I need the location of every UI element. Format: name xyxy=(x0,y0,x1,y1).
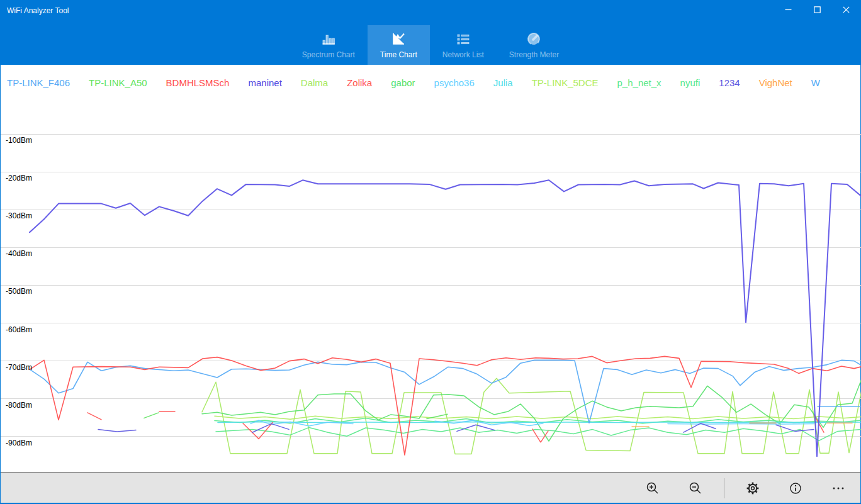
zoom-out-button[interactable] xyxy=(681,476,710,501)
series-line-Zolika xyxy=(87,413,101,420)
legend-item-TP-LINK_5DCE: TP-LINK_5DCE xyxy=(532,77,599,88)
tab-label: Network List xyxy=(442,50,484,59)
line-chart-icon xyxy=(390,29,407,49)
chart-series xyxy=(30,180,861,456)
legend-item-nyufi: nyufi xyxy=(680,77,701,88)
legend-item-gabor: gabor xyxy=(391,77,415,88)
tab-label: Spectrum Chart xyxy=(302,50,355,59)
title-bar: WiFi Analyzer Tool xyxy=(1,0,860,25)
legend-item-Zolika: Zolika xyxy=(347,77,372,88)
y-axis-tick-label: -70dBm xyxy=(6,363,32,372)
minimize-icon xyxy=(785,6,792,13)
y-axis-tick-label: -90dBm xyxy=(6,439,32,447)
series-line-Julia xyxy=(218,422,861,422)
minimize-button[interactable] xyxy=(774,0,802,19)
maximize-button[interactable] xyxy=(802,0,831,19)
legend-item-TP-LINK_F406: TP-LINK_F406 xyxy=(7,77,70,88)
legend-item-W: W xyxy=(811,77,820,88)
tab-time-chart[interactable]: Time Chart xyxy=(368,25,430,65)
time-chart xyxy=(1,101,861,473)
legend-item-Julia: Julia xyxy=(493,77,513,88)
tab-spectrum-chart[interactable]: Spectrum Chart xyxy=(290,25,368,65)
bar-chart-icon xyxy=(320,29,337,49)
info-button[interactable] xyxy=(781,476,810,501)
legend-item-VighNet: VighNet xyxy=(759,77,792,88)
zoom-out-icon xyxy=(689,481,702,495)
close-icon xyxy=(843,6,850,13)
maximize-icon xyxy=(814,6,821,13)
y-axis-tick-label: -20dBm xyxy=(6,174,32,182)
bottom-toolbar xyxy=(1,472,860,504)
series-line-BDMHLSMSch xyxy=(30,356,861,455)
toolbar-divider xyxy=(724,478,724,498)
series-line-TP-LINK_5DCE xyxy=(215,416,861,419)
app-window: WiFi Analyzer Tool Spectrum Chart xyxy=(0,0,861,504)
series-line-gabor xyxy=(202,379,861,441)
more-button[interactable] xyxy=(824,476,853,501)
legend-item-TP-LINK_A50: TP-LINK_A50 xyxy=(89,77,147,88)
zoom-in-icon xyxy=(646,481,660,495)
y-axis-tick-label: -60dBm xyxy=(6,325,32,334)
caption-buttons xyxy=(774,0,860,19)
legend-item-maninet: maninet xyxy=(248,77,281,88)
y-axis-tick-label: -10dBm xyxy=(6,136,32,145)
y-axis-tick-label: -30dBm xyxy=(6,211,32,220)
ellipsis-icon xyxy=(831,481,845,495)
tab-label: Time Chart xyxy=(380,50,417,59)
app-title: WiFi Analyzer Tool xyxy=(1,0,69,15)
series-line-1234 xyxy=(98,429,136,432)
y-axis-tick-label: -80dBm xyxy=(6,401,32,410)
series-line-psycho36 xyxy=(668,423,814,424)
legend-item-Dalma: Dalma xyxy=(301,77,328,88)
legend-item-psycho36: psycho36 xyxy=(434,77,475,88)
legend-item-1234: 1234 xyxy=(719,77,740,88)
settings-button[interactable] xyxy=(738,476,767,501)
tab-strength-meter[interactable]: Strength Meter xyxy=(497,25,571,65)
tab-label: Strength Meter xyxy=(509,50,559,59)
legend-item-BDMHLSMSch: BDMHLSMSch xyxy=(166,77,230,88)
gridlines xyxy=(1,134,861,437)
time-chart-area: -10dBm-20dBm-30dBm-40dBm-50dBm-60dBm-70d… xyxy=(1,101,860,473)
gauge-icon xyxy=(526,29,542,49)
zoom-in-button[interactable] xyxy=(638,476,667,501)
close-button[interactable] xyxy=(831,0,860,19)
legend-bar: TP-LINK_F406TP-LINK_A50BDMHLSMSchmaninet… xyxy=(1,65,860,101)
legend-item-p_h_net_x: p_h_net_x xyxy=(617,77,661,88)
y-axis-tick-label: -50dBm xyxy=(6,287,32,296)
gear-icon xyxy=(746,481,760,495)
tab-network-list[interactable]: Network List xyxy=(430,25,497,65)
pivot-nav: Spectrum Chart Time Chart Network List xyxy=(1,25,860,65)
y-axis-tick-label: -40dBm xyxy=(6,249,32,258)
info-icon xyxy=(789,481,802,495)
list-icon xyxy=(455,29,471,49)
series-line-TP-LINK_A50 xyxy=(144,413,159,418)
